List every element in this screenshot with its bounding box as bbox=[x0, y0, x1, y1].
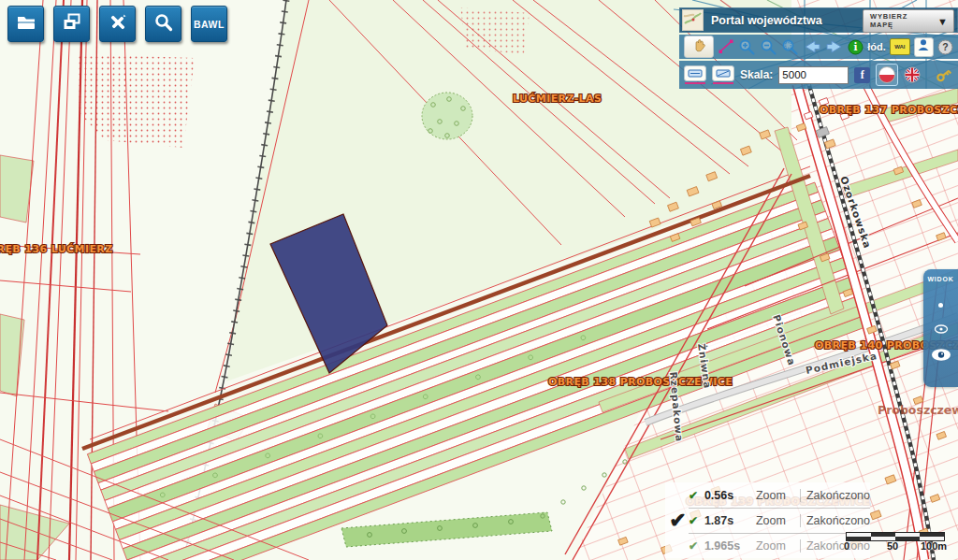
facebook-button[interactable]: f bbox=[854, 67, 870, 83]
bawl-button[interactable]: BAWL bbox=[191, 6, 227, 42]
legend-toggle-button[interactable] bbox=[684, 65, 706, 84]
map-label-proboszczewice: Proboszczewice bbox=[878, 403, 958, 417]
portal-header: Portal województwa WYBIERZ MAPĘ ▼ bbox=[679, 7, 958, 33]
folder-icon bbox=[15, 11, 37, 37]
language-english-button[interactable] bbox=[904, 66, 921, 83]
zoom-in-button[interactable] bbox=[738, 38, 756, 56]
task-time: 1.87s bbox=[704, 514, 756, 527]
status-row: ✔ 1.87s Zoom Zakończono bbox=[689, 509, 870, 534]
wai-label: WAI bbox=[894, 44, 905, 50]
user-account-button[interactable] bbox=[914, 37, 934, 57]
map-tools-bar: i łód. WAI ? bbox=[679, 35, 958, 59]
map-label-obreb-136: OBRĘB 136 LUĆMIERZ bbox=[0, 243, 113, 255]
user-icon bbox=[916, 37, 931, 56]
scale-input[interactable] bbox=[778, 66, 849, 84]
task-action: Zoom bbox=[756, 539, 800, 553]
svg-text:i: i bbox=[854, 41, 858, 52]
all-done-check-icon: ✔ bbox=[667, 509, 689, 533]
svg-text:?: ? bbox=[942, 41, 948, 52]
task-status: Zakończono bbox=[800, 514, 870, 527]
stipple-area-2 bbox=[460, 7, 530, 54]
lodz-layer-button[interactable]: łód. bbox=[867, 41, 886, 52]
measure-tool-button[interactable] bbox=[718, 38, 734, 55]
task-action: Zoom bbox=[756, 514, 800, 527]
view-panel-flap[interactable]: WIDOK bbox=[923, 269, 958, 387]
legend-underline bbox=[685, 82, 705, 84]
map-label-lucmierz-las: LUĆMIERZ-LAS bbox=[513, 93, 602, 105]
scale-bar-row: Skala: f bbox=[679, 61, 958, 89]
windows-button[interactable] bbox=[53, 6, 90, 42]
scale-label: Skala: bbox=[740, 68, 773, 81]
coordinates-underline bbox=[713, 82, 733, 84]
language-polish-button[interactable] bbox=[876, 64, 898, 86]
chevron-down-icon: ▼ bbox=[937, 16, 948, 27]
forest-patch bbox=[422, 93, 472, 139]
open-map-button[interactable] bbox=[7, 6, 44, 42]
status-row: ✔ 0.56s Zoom Zakończono bbox=[689, 483, 870, 509]
tools-icon bbox=[107, 11, 129, 37]
scale-start-label: 0 bbox=[844, 540, 849, 552]
help-button[interactable]: ? bbox=[937, 39, 953, 55]
task-time: 0.56s bbox=[704, 489, 756, 502]
map-scale-bar: 0 50 100m bbox=[838, 532, 952, 556]
forward-arrow-button[interactable] bbox=[825, 39, 844, 54]
search-icon bbox=[152, 11, 175, 37]
hand-icon bbox=[691, 37, 706, 56]
check-icon: ✔ bbox=[689, 514, 704, 527]
visibility-eye-icon[interactable] bbox=[930, 348, 952, 366]
choose-map-dropdown[interactable]: WYBIERZ MAPĘ ▼ bbox=[863, 9, 954, 33]
task-status: Zakończono bbox=[800, 489, 870, 502]
layer-eye-icon[interactable] bbox=[934, 321, 949, 337]
check-icon: ✔ bbox=[689, 539, 704, 553]
coordinates-toggle-button[interactable] bbox=[712, 65, 734, 84]
login-key-button[interactable] bbox=[935, 65, 953, 84]
layer-dot-icon[interactable] bbox=[938, 303, 943, 308]
view-panel-label: WIDOK bbox=[927, 276, 953, 282]
scale-mid-label: 50 bbox=[887, 540, 898, 552]
check-icon: ✔ bbox=[689, 489, 704, 502]
map-thumbnail[interactable] bbox=[682, 9, 704, 31]
task-action: Zoom bbox=[756, 489, 800, 502]
bawl-button-label: BAWL bbox=[194, 19, 225, 30]
search-button[interactable] bbox=[145, 6, 181, 42]
map-portal-window: LUĆMIERZ-LAS OBRĘB 136 LUĆMIERZ OBRĘB 13… bbox=[0, 0, 958, 560]
back-arrow-button[interactable] bbox=[803, 39, 821, 54]
zoom-out-button[interactable] bbox=[760, 38, 777, 56]
scale-end-label: 100m bbox=[921, 540, 947, 552]
task-time: 1.965s bbox=[704, 539, 756, 553]
polish-flag-icon bbox=[878, 66, 895, 83]
tools-button[interactable] bbox=[99, 6, 136, 42]
pan-tool-button[interactable] bbox=[684, 36, 714, 58]
map-label-obreb-137: OBRĘB 137 PROBOSZCZEWICE bbox=[820, 104, 958, 116]
choose-map-line2: MAPĘ bbox=[870, 22, 907, 30]
wai-button[interactable]: WAI bbox=[890, 38, 910, 55]
info-button[interactable]: i bbox=[848, 39, 864, 55]
zoom-extent-button[interactable] bbox=[781, 38, 799, 56]
portal-title: Portal województwa bbox=[711, 14, 822, 27]
copy-icon bbox=[61, 11, 83, 37]
